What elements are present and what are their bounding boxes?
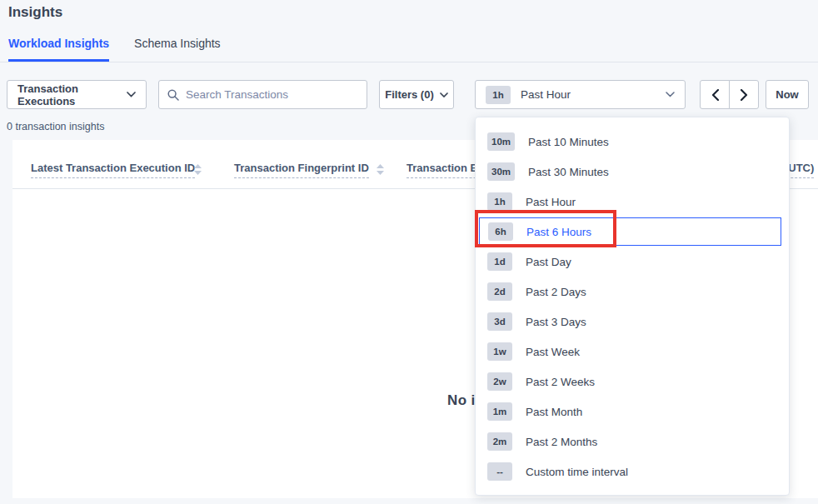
time-option-badge: 1h xyxy=(487,192,512,211)
time-interval-badge: 1h xyxy=(486,86,511,104)
sort-icon[interactable] xyxy=(194,164,202,175)
time-option-past-10-minutes[interactable]: 10m Past 10 Minutes xyxy=(476,127,789,157)
time-option-past-day[interactable]: 1d Past Day xyxy=(476,247,789,277)
column-header-transaction-fingerprint-id[interactable]: Transaction Fingerprint ID xyxy=(234,162,369,178)
next-interval-button[interactable] xyxy=(729,80,759,109)
time-option-label: Past Day xyxy=(526,256,571,268)
time-option-past-6-hours[interactable]: 6h Past 6 Hours xyxy=(479,217,781,246)
insight-type-select[interactable]: Transaction Executions xyxy=(7,80,147,109)
time-option-badge: 1w xyxy=(487,342,512,361)
chevron-down-icon xyxy=(666,92,675,97)
time-option-badge: 1m xyxy=(487,402,512,421)
insight-type-label: Transaction Executions xyxy=(17,82,127,107)
time-option-badge: 2d xyxy=(487,282,512,301)
time-option-label: Past 2 Weeks xyxy=(526,376,595,388)
now-label: Now xyxy=(776,88,798,101)
time-option-label: Past 10 Minutes xyxy=(528,136,609,148)
search-icon xyxy=(167,89,179,101)
time-option-past-2-days[interactable]: 2d Past 2 Days xyxy=(476,277,789,307)
time-interval-select[interactable]: 1h Past Hour xyxy=(475,80,686,109)
time-option-badge: -- xyxy=(487,462,512,481)
chevron-right-icon xyxy=(741,89,748,101)
search-box[interactable] xyxy=(158,80,367,109)
time-option-past-3-days[interactable]: 3d Past 3 Days xyxy=(476,307,789,337)
time-option-past-30-minutes[interactable]: 30m Past 30 Minutes xyxy=(476,157,789,187)
time-option-label: Past 3 Days xyxy=(526,316,586,328)
time-option-label: Past Week xyxy=(526,346,580,358)
time-option-past-week[interactable]: 1w Past Week xyxy=(476,337,789,367)
chevron-left-icon xyxy=(711,89,719,101)
filters-label: Filters (0) xyxy=(385,88,434,101)
previous-interval-button[interactable] xyxy=(700,80,730,109)
column-header-latest-transaction-execution-id[interactable]: Latest Transaction Execution ID xyxy=(31,162,195,178)
filters-button[interactable]: Filters (0) xyxy=(379,80,454,109)
time-option-past-hour[interactable]: 1h Past Hour xyxy=(476,187,789,217)
time-interval-dropdown: 10m Past 10 Minutes 30m Past 30 Minutes … xyxy=(475,117,790,496)
time-option-badge: 2w xyxy=(487,372,512,391)
time-option-badge: 30m xyxy=(487,162,515,181)
time-option-badge: 1d xyxy=(487,252,512,271)
chevron-down-icon xyxy=(440,92,448,97)
now-button[interactable]: Now xyxy=(766,80,809,109)
time-option-badge: 10m xyxy=(487,132,515,151)
time-option-label: Past 2 Months xyxy=(526,436,597,448)
time-option-past-2-weeks[interactable]: 2w Past 2 Weeks xyxy=(476,367,789,397)
time-option-badge: 2m xyxy=(487,432,512,451)
search-input[interactable] xyxy=(186,88,358,101)
tab-bar: Workload Insights Schema Insights xyxy=(8,37,221,62)
time-option-past-2-months[interactable]: 2m Past 2 Months xyxy=(476,427,789,457)
time-option-label: Past Hour xyxy=(526,196,576,208)
time-option-label: Past 30 Minutes xyxy=(528,166,609,178)
time-option-label: Past Month xyxy=(526,406,582,418)
sort-icon[interactable] xyxy=(377,164,384,175)
time-option-badge: 6h xyxy=(488,222,513,241)
insights-page: Insights Workload Insights Schema Insigh… xyxy=(0,0,818,504)
tab-workload-insights[interactable]: Workload Insights xyxy=(8,37,109,62)
tab-schema-insights[interactable]: Schema Insights xyxy=(134,37,221,62)
page-title: Insights xyxy=(8,4,62,21)
insights-count: 0 transaction insights xyxy=(7,121,104,132)
time-option-badge: 3d xyxy=(487,312,512,331)
tabs-divider xyxy=(0,62,818,62)
time-interval-label: Past Hour xyxy=(521,88,571,101)
time-option-label: Custom time interval xyxy=(526,466,628,478)
time-option-label: Past 6 Hours xyxy=(526,226,591,238)
time-option-custom-interval[interactable]: -- Custom time interval xyxy=(476,457,789,487)
time-option-past-month[interactable]: 1m Past Month xyxy=(476,397,789,427)
time-option-label: Past 2 Days xyxy=(526,286,586,298)
chevron-down-icon xyxy=(127,92,136,97)
